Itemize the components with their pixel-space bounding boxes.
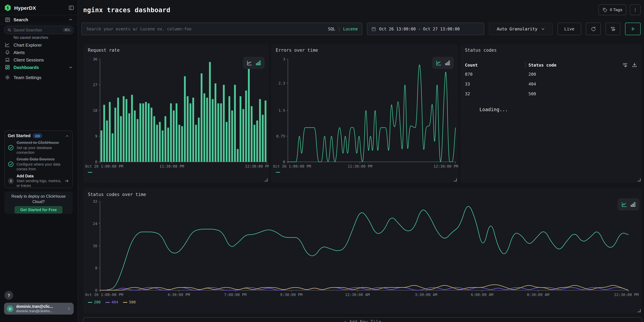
svg-text:0: 0 bbox=[283, 160, 285, 164]
status-codes-table: Count Status code 870 200 bbox=[460, 60, 642, 99]
table-row[interactable]: 32 500 bbox=[460, 89, 642, 99]
download-icon[interactable] bbox=[632, 62, 637, 68]
sidebar-item-client-sessions[interactable]: Client Sessions bbox=[0, 56, 78, 64]
sidebar-item-alerts[interactable]: Alerts bbox=[0, 49, 78, 56]
svg-text:Oct 26 1:00:00 PM: Oct 26 1:00:00 PM bbox=[85, 292, 123, 297]
line-chart-icon[interactable] bbox=[246, 60, 252, 66]
date-range-picker[interactable]: Oct 26 13:00:00 - Oct 27 13:00:00 bbox=[367, 23, 484, 35]
saved-filters-button[interactable] bbox=[606, 23, 620, 35]
request-rate-chart: 09182736Oct 26 1:00:00 PM11:30:00 PM12:3… bbox=[83, 52, 269, 171]
table-row[interactable]: 33 404 bbox=[460, 79, 642, 89]
resize-handle[interactable] bbox=[264, 178, 268, 182]
laptop-icon bbox=[5, 57, 10, 62]
main-content: nginx traces dashboard 0 Tags SQL | Luce… bbox=[78, 0, 644, 322]
svg-text:11:30:00 PM: 11:30:00 PM bbox=[348, 164, 372, 168]
sidebar-item-search[interactable]: Search bbox=[0, 15, 78, 24]
column-resize-handle[interactable] bbox=[525, 62, 526, 68]
tile-status-codes-over-time: Status codes over time 08162432Oct 26 1:… bbox=[83, 188, 642, 314]
bar-chart-icon[interactable] bbox=[630, 202, 636, 207]
line-chart-icon[interactable] bbox=[436, 60, 442, 66]
cell-status-code: 500 bbox=[528, 91, 536, 96]
svg-text:7:00:00 PM: 7:00:00 PM bbox=[224, 292, 246, 297]
sidebar-collapse-icon[interactable] bbox=[68, 5, 74, 11]
add-new-tile-button[interactable]: + Add New Tile bbox=[83, 317, 642, 322]
arrow-right-icon bbox=[64, 178, 69, 184]
get-started-step-add-data[interactable]: 3 Add Data Start sending logs, metrics, … bbox=[8, 174, 69, 188]
chart-legend bbox=[276, 172, 280, 173]
svg-text:36: 36 bbox=[93, 57, 98, 61]
svg-text:16: 16 bbox=[93, 244, 98, 248]
chart-legend bbox=[88, 172, 92, 173]
run-query-button[interactable] bbox=[625, 23, 640, 35]
granularity-select[interactable]: Auto Granularity bbox=[489, 23, 553, 35]
bell-icon bbox=[5, 50, 10, 55]
svg-text:2.3: 2.3 bbox=[278, 81, 285, 85]
live-button[interactable]: Live bbox=[558, 23, 581, 35]
clickhouse-cloud-promo: Ready to deploy on ClickHouse Cloud? Get… bbox=[4, 192, 73, 214]
bar-chart-icon[interactable] bbox=[255, 60, 261, 66]
resize-handle[interactable] bbox=[638, 309, 640, 312]
svg-text:12:30:00 PM: 12:30:00 PM bbox=[434, 164, 458, 168]
chart-type-toggle[interactable] bbox=[243, 57, 264, 69]
step-number-badge: 3 bbox=[8, 178, 14, 184]
column-header-count[interactable]: Count bbox=[465, 62, 525, 68]
svg-text:Oct 26 1:00:00 PM: Oct 26 1:00:00 PM bbox=[85, 164, 123, 168]
get-started-progress-badge: 2/3 bbox=[33, 134, 42, 138]
chevron-up-icon[interactable] bbox=[68, 17, 73, 22]
page-title: nginx traces dashboard bbox=[83, 6, 170, 14]
saved-searches-input[interactable]: Saved Searches ⌘K bbox=[4, 26, 74, 34]
event-search-box: SQL | Lucene bbox=[82, 23, 362, 35]
event-search-input[interactable] bbox=[86, 26, 324, 32]
tile-title: Status codes bbox=[465, 48, 497, 53]
status-codes-over-time-chart: 08162432Oct 26 1:00:00 PM4:30:00 PM7:00:… bbox=[83, 197, 642, 298]
step-desc: Start sending logs, metrics, or traces bbox=[16, 179, 62, 188]
sidebar-item-chart-explorer[interactable]: Chart Explorer bbox=[0, 41, 78, 49]
resize-handle[interactable] bbox=[638, 178, 640, 182]
bar-chart-icon[interactable] bbox=[444, 60, 450, 66]
table-header: Count Status code bbox=[460, 60, 642, 69]
user-menu[interactable]: D dominic.tran@clic... dominic.tran@clic… bbox=[4, 303, 74, 314]
svg-text:32: 32 bbox=[93, 199, 98, 204]
chart-type-toggle[interactable] bbox=[618, 198, 639, 210]
tile-title: Status codes over time bbox=[88, 192, 146, 197]
chevron-down-icon[interactable] bbox=[68, 65, 73, 70]
get-started-card: Get Started 2/3 Connect to ClickHouse Se… bbox=[4, 130, 73, 188]
wrap-text-icon[interactable] bbox=[622, 62, 628, 68]
sidebar-item-team-settings[interactable]: Team Settings bbox=[0, 74, 78, 81]
step-desc: Configure where your data comes from bbox=[16, 162, 69, 172]
add-new-tile-label: + Add New Tile bbox=[344, 319, 381, 322]
date-range-value: Oct 26 13:00:00 - Oct 27 13:00:00 bbox=[379, 26, 460, 31]
nav-label: Client Sessions bbox=[14, 57, 44, 62]
svg-text:0: 0 bbox=[95, 160, 97, 164]
tags-button[interactable]: 0 Tags bbox=[598, 4, 626, 15]
chevron-up-icon[interactable] bbox=[65, 134, 69, 138]
svg-text:27: 27 bbox=[93, 83, 98, 87]
svg-text:12:30:00 PM: 12:30:00 PM bbox=[614, 292, 638, 297]
loading-text: Loading... bbox=[480, 107, 508, 112]
svg-text:8:30:00 AM: 8:30:00 AM bbox=[527, 292, 549, 297]
sidebar-item-dashboards[interactable]: Dashboards bbox=[0, 64, 78, 71]
cell-status-code: 200 bbox=[528, 72, 536, 77]
refresh-button[interactable] bbox=[586, 23, 601, 35]
svg-text:Oct 26 1:00:00 PM: Oct 26 1:00:00 PM bbox=[273, 164, 311, 168]
help-button[interactable]: ? bbox=[4, 291, 13, 300]
sidebar-search-label: Search bbox=[14, 17, 28, 22]
lucene-mode-button[interactable]: Lucene bbox=[343, 26, 358, 31]
svg-text:4:30:00 PM: 4:30:00 PM bbox=[168, 292, 190, 297]
table-row[interactable]: 870 200 bbox=[460, 69, 642, 79]
chevron-right-icon bbox=[66, 306, 71, 311]
hyperdx-app: HyperDX Search Saved Searches ⌘K No save… bbox=[0, 0, 644, 322]
sql-mode-button[interactable]: SQL bbox=[328, 26, 335, 31]
svg-text:3:30:00 AM: 3:30:00 AM bbox=[415, 292, 437, 297]
get-started-step-datasources[interactable]: Create Data Sources Configure where your… bbox=[8, 157, 69, 172]
get-started-step-connect[interactable]: Connect to ClickHouse Set up your databa… bbox=[8, 140, 69, 155]
nav-label: Dashboards bbox=[14, 65, 39, 70]
more-options-button[interactable] bbox=[630, 4, 640, 15]
nav-label: Chart Explorer bbox=[14, 42, 42, 48]
column-header-status-code[interactable]: Status code bbox=[528, 62, 556, 68]
get-started-free-button[interactable]: Get Started for Free bbox=[14, 206, 62, 214]
line-chart-icon[interactable] bbox=[621, 202, 627, 207]
refresh-icon bbox=[590, 26, 596, 32]
chart-type-toggle[interactable] bbox=[432, 57, 454, 69]
resize-handle[interactable] bbox=[454, 178, 457, 182]
